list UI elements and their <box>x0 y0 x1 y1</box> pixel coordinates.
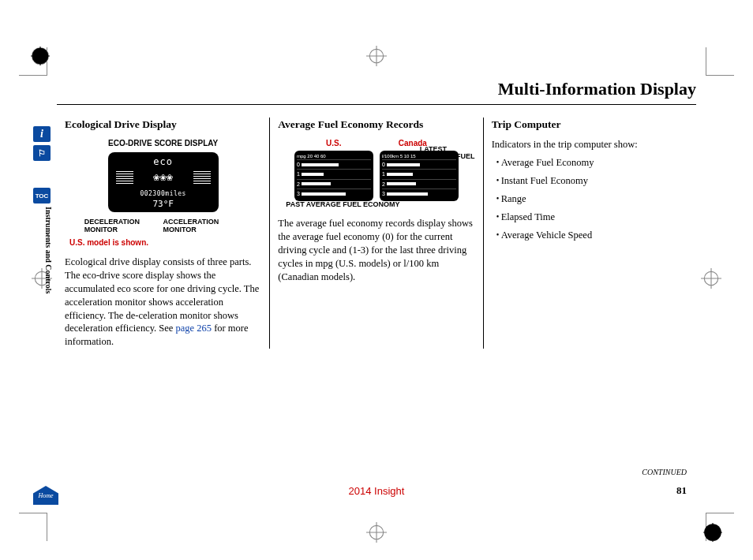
us-panel: mpg 20 40 60 0 1 2 3 <box>294 151 373 201</box>
continued-label: CONTINUED <box>642 468 687 476</box>
row-num: 2 <box>382 181 385 188</box>
us-scale: mpg 20 40 60 <box>297 153 326 159</box>
temp-value: 73°F <box>113 199 214 211</box>
page-number: 81 <box>676 484 687 497</box>
row-num: 1 <box>382 170 385 177</box>
registration-mark-icon <box>701 268 721 289</box>
heading-trip: Trip Computer <box>492 118 688 132</box>
registration-mark-icon <box>30 46 51 66</box>
eco-body: Ecological drive display consists of thr… <box>65 256 261 349</box>
odo-value: 002300 <box>140 190 165 197</box>
odometer: 002300miles <box>113 186 214 199</box>
label-past: PAST AVERAGE FUEL ECONOMY <box>286 200 399 209</box>
crop-mark <box>19 513 47 541</box>
car-icon: ⚐ <box>38 148 46 159</box>
info-tab[interactable]: i <box>33 126 51 142</box>
page-title: Multi-Information Display <box>57 79 696 105</box>
odo-unit: miles <box>165 190 186 197</box>
label-us: U.S. <box>326 138 341 149</box>
row-num: 3 <box>382 190 385 197</box>
eco-figure: ECO-DRIVE SCORE DISPLAY eco ❀❀❀ 002300mi… <box>65 138 261 248</box>
registration-mark-icon <box>702 522 723 543</box>
list-item: Range <box>496 192 688 206</box>
row-num: 0 <box>297 161 300 168</box>
list-item: Elapsed Time <box>496 211 688 224</box>
afe-figure: U.S. Canada mpg 20 40 60 0 1 2 3 l/10 <box>278 138 474 209</box>
col-trip: Trip Computer Indicators in the trip com… <box>483 118 696 349</box>
section-label: Instruments and Controls <box>44 207 53 293</box>
row-num: 2 <box>297 181 300 188</box>
page-link[interactable]: page 265 <box>176 323 212 334</box>
row-num: 3 <box>297 190 300 197</box>
trip-intro: Indicators in the trip computer show: <box>492 138 688 151</box>
list-item: Instant Fuel Economy <box>496 174 688 188</box>
col-ecological: Ecological Drive Display ECO-DRIVE SCORE… <box>57 118 269 349</box>
plant-icon: ❀❀❀ <box>153 170 173 185</box>
page-content: Multi-Information Display Ecological Dri… <box>57 79 696 497</box>
label-accel: ACCELERATION MONITOR <box>163 218 242 234</box>
label-latest: LATEST AVERAGE FUEL ECONOMY <box>420 146 475 168</box>
decel-bars-icon <box>116 170 133 184</box>
trip-list: Average Fuel Economy Instant Fuel Econom… <box>492 156 688 241</box>
registration-mark-icon <box>366 522 387 543</box>
afe-body: The average fuel economy records display… <box>278 217 474 283</box>
crop-mark <box>706 47 734 76</box>
registration-mark-icon <box>366 46 387 66</box>
row-num: 1 <box>297 170 300 177</box>
footer-model: 2014 Insight <box>349 485 405 497</box>
eco-screen: eco ❀❀❀ 002300miles 73°F <box>108 152 219 212</box>
heading-ecological: Ecological Drive Display <box>65 118 261 132</box>
model-note: U.S. model is shown. <box>69 237 148 248</box>
row-num: 0 <box>382 161 385 168</box>
label-decel: DECELERATION MONITOR <box>84 218 163 234</box>
ca-scale: l/100km 5 10 15 <box>382 153 416 159</box>
list-item: Average Fuel Economy <box>496 156 688 170</box>
home-tab[interactable]: Home <box>33 486 58 505</box>
side-nav: i ⚐ TOC <box>33 126 57 207</box>
toc-tab[interactable]: TOC <box>33 188 51 203</box>
eco-fig-title: ECO-DRIVE SCORE DISPLAY <box>108 138 218 149</box>
heading-afe: Average Fuel Economy Records <box>278 118 474 132</box>
col-afe: Average Fuel Economy Records U.S. Canada… <box>269 118 482 349</box>
list-item: Average Vehicle Speed <box>496 229 688 242</box>
accel-bars-icon <box>193 170 211 184</box>
eco-label: eco <box>113 155 214 168</box>
car-tab[interactable]: ⚐ <box>33 145 51 161</box>
